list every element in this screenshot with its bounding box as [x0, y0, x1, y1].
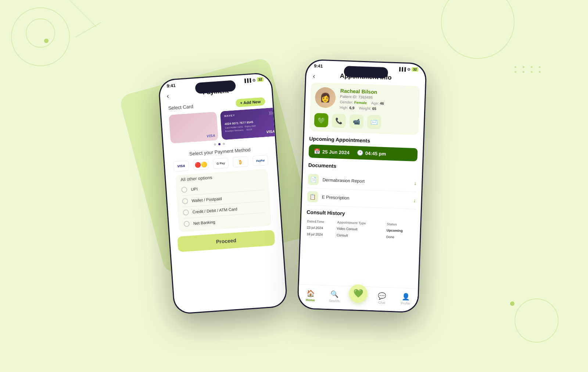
search-icon: 🔍: [330, 290, 339, 298]
dot-3: [223, 143, 225, 145]
bottom-navigation: 🏠 Home 🔍 Search 💚 💬 Chat 👤 Profile: [298, 284, 418, 312]
chat-label: Chat: [378, 300, 385, 304]
age-value: 46: [380, 101, 384, 105]
weight-label: Weight:: [359, 106, 372, 111]
consult-date-1: 23 jul 2024: [307, 225, 336, 232]
heartbeat-action[interactable]: 💚: [314, 113, 329, 127]
bg-circle-1: [11, 7, 70, 66]
right-phone: 9:41 ▐▐▐ ⊙ 32 ‹ Appointment Info 👩 Rache…: [297, 59, 427, 313]
nav-profile[interactable]: 👤 Profile: [396, 292, 415, 305]
gender-value: Female: [354, 100, 367, 105]
option-card-label: Credit / Debit / ATM Card: [192, 207, 237, 214]
nav-search[interactable]: 🔍 Search: [325, 290, 344, 303]
weight-info: Weight: 65: [359, 106, 376, 111]
radio-wallet: [182, 198, 188, 204]
patient-avatar: 👩: [315, 87, 336, 108]
consult-date-2: 18 jul 2024: [306, 231, 336, 238]
call-action[interactable]: 📞: [331, 114, 346, 128]
nav-chat[interactable]: 💬 Chat: [373, 291, 391, 305]
card-brand: WAVEY: [224, 111, 273, 117]
left-phone: 9:41 ▐▐▐ ⊙ 32 ‹ Payment Select Card + Ad…: [158, 72, 288, 315]
doc-name-2: E Prescription: [322, 194, 410, 203]
bg-line-2: [75, 22, 101, 37]
doc-download-2[interactable]: ↓: [413, 197, 416, 203]
gender-info: Gender: Female: [340, 100, 367, 105]
heartbeat-icon: 💚: [318, 117, 325, 124]
message-icon: ✉️: [370, 118, 378, 126]
high-info: High: 6,9: [340, 105, 354, 110]
nav-home[interactable]: 🏠 Home: [301, 289, 320, 302]
doc-download-1[interactable]: ↓: [414, 180, 417, 186]
option-upi-label: UPI: [191, 187, 198, 192]
right-wifi-icon: ⊙: [407, 67, 410, 71]
heart-pulse-icon: 💚: [353, 289, 363, 298]
mastercard-payment-icon[interactable]: 🔴🟡: [193, 159, 209, 170]
right-phone-screen: 9:41 ▐▐▐ ⊙ 32 ‹ Appointment Info 👩 Rache…: [298, 60, 426, 312]
phones-container: 9:41 ▐▐▐ ⊙ 32 ‹ Payment Select Card + Ad…: [165, 61, 423, 311]
home-icon: 🏠: [306, 289, 315, 297]
message-action[interactable]: ✉️: [367, 115, 381, 129]
bitcoin-payment-icon[interactable]: ₿: [233, 156, 249, 168]
chat-icon: 💬: [378, 291, 386, 300]
appt-back-button[interactable]: ‹: [313, 72, 315, 80]
appt-time-value: 04:45 pm: [365, 150, 386, 157]
add-new-button[interactable]: + Add New: [235, 97, 265, 107]
col-date: Date&Time: [307, 219, 336, 225]
bg-circle-2: [26, 18, 55, 48]
doc-icon-2: 📋: [307, 191, 318, 203]
video-icon: 📹: [353, 118, 361, 125]
wifi-icon: ⊙: [252, 78, 256, 82]
dot-1: [214, 143, 216, 146]
high-value: 6,9: [349, 106, 354, 110]
right-time: 9:41: [314, 63, 323, 69]
card-contactless-icon: )))·: [269, 111, 274, 115]
bg-dot-2: [510, 301, 514, 306]
back-button[interactable]: ‹: [166, 92, 169, 100]
patient-details-block: Racheal Bilson Patient ID: 7363495 Gende…: [340, 88, 415, 112]
weight-value: 65: [372, 107, 377, 111]
consult-status-2: Done: [386, 234, 414, 241]
gpay-payment-icon[interactable]: G Pay: [213, 158, 229, 169]
card-purple-main[interactable]: WAVEY )))· 4024 0071 7677 8545 Card Hold…: [220, 108, 275, 140]
appt-date: 📅 25 Jun 2024: [314, 148, 349, 155]
doc-icon-1: 📄: [308, 174, 319, 185]
left-time: 9:41: [166, 83, 176, 89]
right-dynamic-island: [344, 66, 388, 78]
doc-name-1: Dermabrasion Report: [322, 177, 410, 185]
visa-payment-icon[interactable]: VISA: [173, 160, 189, 172]
consult-type-2: Consult: [337, 232, 386, 240]
calendar-icon: 📅: [314, 148, 320, 154]
doc-item-2: 📋 E Prescription ↓: [307, 188, 416, 209]
right-signal-icon: ▐▐▐: [398, 67, 406, 71]
gender-label: Gender:: [340, 100, 354, 104]
right-battery-badge: 32: [412, 67, 418, 72]
signal-icon: ▐▐▐: [243, 78, 251, 82]
age-label: Age:: [371, 101, 380, 105]
bg-dot-1: [44, 39, 49, 43]
left-status-icons: ▐▐▐ ⊙ 32: [243, 77, 263, 83]
paypal-payment-icon[interactable]: PayPal: [252, 155, 268, 166]
patient-id-label: Patient ID:: [340, 94, 357, 99]
radio-netbanking: [183, 221, 190, 227]
nav-heart-button[interactable]: 💚: [349, 284, 368, 303]
call-icon: 📞: [335, 117, 343, 125]
proceed-button[interactable]: Proceed: [177, 230, 275, 252]
action-icons: 💚 📞 📹 ✉️: [314, 113, 415, 130]
consult-history-section: Date&Time Appointment Type Status 23 jul…: [301, 218, 420, 242]
bg-line-1: [65, 0, 97, 27]
home-label: Home: [306, 298, 315, 302]
card-pink-left[interactable]: VISA: [169, 112, 218, 144]
appt-date-value: 25 Jun 2024: [322, 149, 349, 155]
high-label: High:: [340, 105, 349, 110]
video-action[interactable]: 📹: [349, 114, 363, 129]
option-netbanking-label: Net Banking: [193, 220, 215, 226]
patient-top-info: 👩 Racheal Bilson Patient ID: 7363495 Gen…: [315, 87, 415, 112]
appt-time: 🕐 04:45 pm: [357, 150, 386, 157]
payment-icons-row: VISA 🔴🟡 G Pay ₿ PayPal: [172, 155, 269, 172]
patient-measurements: High: 6,9 Weight: 65: [340, 105, 415, 112]
col-status: Status: [387, 221, 414, 228]
patient-card: 👩 Racheal Bilson Patient ID: 7363495 Gen…: [309, 82, 420, 135]
patient-id-value: 7363495: [358, 95, 373, 100]
left-phone-screen: 9:41 ▐▐▐ ⊙ 32 ‹ Payment Select Card + Ad…: [159, 73, 287, 314]
profile-icon: 👤: [402, 292, 410, 301]
